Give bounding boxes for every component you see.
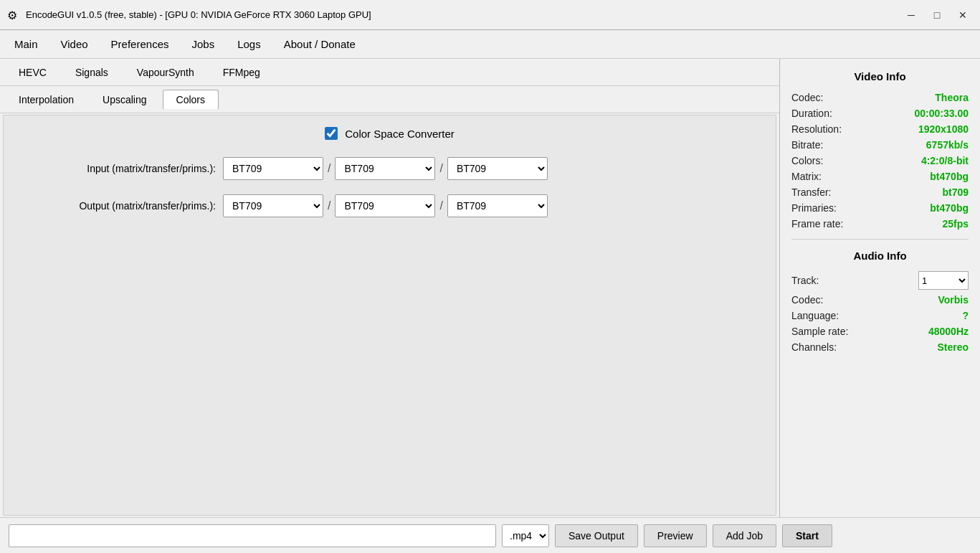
video-bitrate-row: Bitrate: 6757kb/s (791, 137, 969, 153)
video-codec-value: Theora (935, 92, 969, 103)
subnav-item-signals[interactable]: Signals (62, 63, 121, 82)
output-transfer-select[interactable]: BT709 BT601 BT2020 (335, 194, 435, 217)
audio-samplerate-value: 48000Hz (928, 326, 969, 337)
subnav2-item-colors[interactable]: Colors (163, 90, 219, 110)
title-bar: ⚙ EncodeGUI v1.0.5 (free, stable) - [GPU… (0, 0, 980, 30)
maximize-button[interactable]: □ (927, 7, 947, 23)
subnav-item-hevc[interactable]: HEVC (6, 63, 60, 82)
video-codec-row: Codec: Theora (791, 90, 969, 105)
video-transfer-value: bt709 (942, 186, 969, 198)
audio-language-value: ? (962, 310, 969, 321)
audio-channels-row: Channels: Stereo (791, 339, 969, 355)
audio-samplerate-label: Sample rate: (791, 326, 848, 337)
video-colors-value: 4:2:0/8-bit (921, 155, 969, 166)
preview-button[interactable]: Preview (644, 524, 707, 547)
save-output-button[interactable]: Save Output (555, 524, 638, 547)
output-select-group: BT709 BT601 BT2020 / BT709 BT601 BT2020 … (223, 194, 548, 217)
video-framerate-value: 25fps (942, 218, 969, 230)
input-matrix-select[interactable]: BT709 BT601 BT2020 (223, 157, 323, 180)
input-select-group: BT709 BT601 BT2020 / BT709 BT601 BT2020 … (223, 157, 548, 180)
audio-codec-row: Codec: Vorbis (791, 292, 969, 308)
content-area: HEVC Signals VapourSynth FFMpeg Interpol… (0, 59, 779, 517)
menu-item-logs[interactable]: Logs (226, 32, 272, 56)
video-resolution-value: 1920x1080 (918, 123, 969, 135)
output-matrix-select[interactable]: BT709 BT601 BT2020 (223, 194, 323, 217)
audio-codec-label: Codec: (791, 294, 823, 306)
video-matrix-value: bt470bg (930, 171, 969, 182)
colors-tab-content: Color Space Converter Input (matrix/tran… (3, 115, 776, 516)
video-transfer-row: Transfer: bt709 (791, 184, 969, 200)
menu-item-preferences[interactable]: Preferences (100, 32, 181, 56)
close-button[interactable]: ✕ (953, 7, 973, 23)
subnav-item-ffmpeg[interactable]: FFMpeg (210, 63, 273, 82)
subnav-item-vapoursynth[interactable]: VapourSynth (124, 63, 207, 82)
video-framerate-row: Frame rate: 25fps (791, 216, 969, 232)
separator-4: / (439, 199, 442, 212)
video-matrix-row: Matrix: bt470bg (791, 169, 969, 184)
input-prims-select[interactable]: BT709 BT601 BT2020 (447, 157, 548, 180)
output-prims-select[interactable]: BT709 BT601 BT2020 (447, 194, 548, 217)
audio-codec-value: Vorbis (938, 294, 969, 306)
video-primaries-label: Primaries: (791, 202, 837, 214)
menu-item-video[interactable]: Video (49, 32, 100, 56)
bottom-bar: .mp4 .mkv .avi .mov Save Output Preview … (0, 517, 980, 553)
audio-language-row: Language: ? (791, 308, 969, 323)
main-layout: HEVC Signals VapourSynth FFMpeg Interpol… (0, 59, 980, 517)
separator-3: / (328, 199, 330, 212)
video-bitrate-value: 6757kb/s (926, 139, 969, 151)
video-transfer-label: Transfer: (791, 186, 832, 198)
audio-track-select[interactable]: 1 2 3 (918, 271, 969, 290)
audio-info-title: Audio Info (791, 250, 969, 262)
menu-bar: Main Video Preferences Jobs Logs About /… (0, 30, 980, 59)
video-duration-value: 00:00:33.00 (914, 108, 969, 119)
menu-item-jobs[interactable]: Jobs (180, 32, 226, 56)
output-field-row: Output (matrix/transfer/prims.): BT709 B… (15, 194, 764, 217)
subnav2-item-interpolation[interactable]: Interpolation (6, 90, 87, 109)
video-resolution-label: Resolution: (791, 123, 842, 135)
subnav2: Interpolation Upscaling Colors (0, 86, 779, 113)
video-duration-row: Duration: 00:00:33.00 (791, 105, 969, 121)
video-framerate-label: Frame rate: (791, 218, 843, 230)
audio-channels-label: Channels: (791, 341, 837, 353)
title-bar-left: ⚙ EncodeGUI v1.0.5 (free, stable) - [GPU… (7, 9, 371, 22)
video-codec-label: Codec: (791, 92, 823, 103)
audio-channels-value: Stereo (937, 341, 969, 353)
window-title: EncodeGUI v1.0.5 (free, stable) - [GPU 0… (26, 9, 371, 20)
input-transfer-select[interactable]: BT709 BT601 BT2020 (335, 157, 435, 180)
app-icon: ⚙ (7, 9, 20, 22)
video-info-title: Video Info (791, 70, 969, 82)
right-panel: Video Info Codec: Theora Duration: 00:00… (779, 59, 980, 517)
audio-track-label: Track: (791, 275, 819, 286)
title-bar-controls: ─ □ ✕ (901, 7, 973, 23)
separator-2: / (439, 162, 442, 175)
subnav1: HEVC Signals VapourSynth FFMpeg (0, 59, 779, 86)
video-primaries-row: Primaries: bt470bg (791, 200, 969, 216)
menu-item-main[interactable]: Main (3, 32, 49, 56)
audio-language-label: Language: (791, 310, 839, 321)
color-space-converter-row: Color Space Converter (15, 127, 764, 140)
add-job-button[interactable]: Add Job (713, 524, 776, 547)
video-resolution-row: Resolution: 1920x1080 (791, 121, 969, 137)
separator-1: / (328, 162, 330, 175)
video-bitrate-label: Bitrate: (791, 139, 823, 151)
output-label: Output (matrix/transfer/prims.): (15, 200, 216, 212)
format-select-wrapper: .mp4 .mkv .avi .mov (502, 524, 549, 547)
input-label: Input (matrix/transfer/prims.): (15, 163, 216, 174)
color-space-converter-label: Color Space Converter (345, 128, 455, 140)
video-colors-row: Colors: 4:2:0/8-bit (791, 153, 969, 169)
output-path-input[interactable] (9, 524, 496, 547)
audio-track-row: Track: 1 2 3 (791, 269, 969, 292)
color-space-converter-checkbox[interactable] (325, 127, 338, 140)
video-duration-label: Duration: (791, 108, 832, 119)
format-select[interactable]: .mp4 .mkv .avi .mov (503, 525, 548, 547)
section-divider (791, 239, 969, 240)
video-primaries-value: bt470bg (930, 202, 969, 214)
audio-samplerate-row: Sample rate: 48000Hz (791, 323, 969, 339)
minimize-button[interactable]: ─ (901, 7, 921, 23)
subnav2-item-upscaling[interactable]: Upscaling (90, 90, 159, 109)
video-colors-label: Colors: (791, 155, 823, 166)
input-field-row: Input (matrix/transfer/prims.): BT709 BT… (15, 157, 764, 180)
menu-item-about-donate[interactable]: About / Donate (272, 32, 367, 56)
start-button[interactable]: Start (782, 524, 832, 547)
video-matrix-label: Matrix: (791, 171, 822, 182)
